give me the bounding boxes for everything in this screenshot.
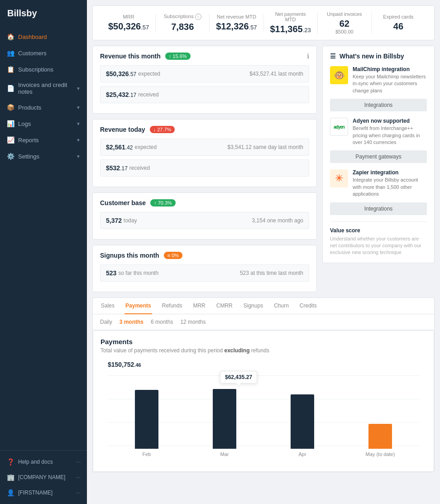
revenue-month-header: Revenue this month ↑ 15.6% ℹ [100,53,309,60]
value-score-section: Value score Understand whether your cust… [330,221,427,256]
user-dots: ··· [76,490,81,496]
help-dots: ··· [76,459,81,465]
revenue-month-received-value: $25,432.17 [106,91,136,98]
reports-icon: 📈 [6,136,14,144]
stat-expired-cards: Expired cards 46 [372,14,425,32]
tab-refunds[interactable]: Refunds [161,298,183,314]
sidebar-bottom: ❓ Help and docs ··· 🏢 [COMPANY NAME] ···… [0,450,87,504]
tab-churn[interactable]: Churn [273,298,290,314]
bar-feb [135,390,158,449]
main-content: MRR $50,326.57 Subscriptions i 7,836 Net… [87,0,440,504]
subscriptions-icon: 📋 [6,65,14,73]
customer-base-badge: ↑ 70.3% [150,199,176,206]
zapier-integrations-button[interactable]: Integrations [330,202,427,215]
tab-payments[interactable]: Payments [124,298,152,314]
bar-may [368,424,392,449]
customer-base-previous: 3,154 one month ago [252,217,303,224]
sidebar-nav: 🏠 Dashboard 👥 Customers 📋 Subscriptions … [0,27,87,450]
bar-apr [291,394,314,449]
products-icon: 📦 [6,103,14,111]
revenue-today-expected-value: $2,561.42 [106,144,133,151]
revenue-today-badge: ↓ 27.7% [150,126,175,133]
signups-card: Signups this month ≡ 0% 523 so far this … [92,245,317,292]
chart-bar-may: May (to date) [341,375,419,457]
sidebar-item-dashboard[interactable]: 🏠 Dashboard [0,29,87,45]
sidebar-item-reports[interactable]: 📈 Reports ▼ [0,132,87,148]
settings-expand-icon: ▼ [76,154,81,159]
bar-label-may: May (to date) [366,451,395,457]
sidebar: Billsby 🏠 Dashboard 👥 Customers 📋 Subscr… [0,0,87,504]
chart-tab-section: Sales Payments Refunds MRR CMRR Signups … [92,298,435,472]
tab-sales[interactable]: Sales [100,298,115,314]
company-dots: ··· [76,474,81,480]
subscriptions-info-icon[interactable]: i [195,14,201,20]
integration-zapier: ✳ Zapier integration Integrate your Bill… [330,169,427,197]
reports-expand-icon: ▼ [76,138,81,143]
integration-adyen: adyen Adyen now supported Benefit from I… [330,118,427,146]
invoices-icon: 📄 [6,84,14,92]
revenue-today-received-value: $532.17 [106,164,128,172]
sidebar-item-user[interactable]: 👤 [FIRSTNAME] ··· [0,485,87,500]
revenue-month-badge: ↑ 15.6% [165,53,191,60]
whats-new-card: ☰ What's new in Billsby 🐵 MailChimp inte… [322,46,435,263]
sidebar-item-invoices[interactable]: 📄 Invoices and credit notes ▼ [0,77,87,99]
sidebar-item-settings[interactable]: ⚙️ Settings ▼ [0,148,87,164]
customer-base-header: Customer base ↑ 70.3% [100,199,309,206]
net-payments-value: $11,365.23 [269,24,312,34]
signups-previous: 523 at this time last month [240,270,303,276]
zapier-icon: ✳ [330,169,348,187]
revenue-today-expected-row: $2,561.42 expected $3,541.12 same day la… [100,139,309,156]
revenue-today-received-row: $532.17 received [100,159,309,177]
sidebar-item-company[interactable]: 🏢 [COMPANY NAME] ··· [0,470,87,485]
logs-icon: 📊 [6,120,14,128]
subtab-12months[interactable]: 12 months [180,318,206,326]
mrr-value: $50,326.57 [107,21,150,32]
invoices-expand-icon: ▼ [76,86,81,91]
stats-bar: MRR $50,326.57 Subscriptions i 7,836 Net… [92,5,435,40]
tab-cmrr[interactable]: CMRR [215,298,234,314]
bar-mar [213,389,236,449]
revenue-month-info-icon[interactable]: ℹ [307,53,309,60]
chart-tooltip: $62,435.27 [220,371,257,384]
dashboard-icon: 🏠 [6,33,14,41]
chart-bar-apr: Apr [263,375,341,457]
settings-icon: ⚙️ [6,152,14,160]
list-icon: ☰ [330,53,336,60]
payments-desc: Total value of payments received during … [100,347,426,354]
sidebar-item-products[interactable]: 📦 Products ▼ [0,99,87,115]
stat-unpaid: Unpaid invoices 62 $500.00 [318,11,372,34]
tab-credits[interactable]: Credits [299,298,318,314]
subtab-daily[interactable]: Daily [100,318,112,326]
tab-signups[interactable]: Signups [243,298,264,314]
company-icon: 🏢 [6,473,14,481]
logo: Billsby [0,0,87,27]
right-column: ☰ What's new in Billsby 🐵 MailChimp inte… [322,46,435,292]
signups-row: 523 so far this month 523 at this time l… [100,264,309,282]
content-columns: Revenue this month ↑ 15.6% ℹ $50,326.57 … [92,46,435,292]
products-expand-icon: ▼ [76,105,81,110]
tab-mrr[interactable]: MRR [192,298,206,314]
stat-net-revenue: Net revenue MTD $12,326.57 [210,14,263,32]
sidebar-item-subscriptions[interactable]: 📋 Subscriptions [0,61,87,77]
subtab-6months[interactable]: 6 months [151,318,173,326]
signups-header: Signups this month ≡ 0% [100,252,309,259]
chart-tab-bar: Sales Payments Refunds MRR CMRR Signups … [93,298,434,314]
whats-new-header: ☰ What's new in Billsby [330,53,427,60]
chart-bars-container: Feb $62,435.27 Mar [108,375,419,457]
signups-badge: ≡ 0% [164,252,182,259]
chart-bar-mar: $62,435.27 Mar [186,375,263,457]
stat-net-payments: Net payments MTD $11,365.23 [264,11,318,34]
sidebar-item-help[interactable]: ❓ Help and docs ··· [0,454,87,470]
sidebar-item-customers[interactable]: 👥 Customers [0,45,87,61]
bar-label-mar: Mar [220,451,229,457]
integration-mailchimp: 🐵 MailChimp integration Keep your Mailch… [330,66,427,94]
sidebar-item-logs[interactable]: 📊 Logs ▼ [0,115,87,132]
payments-section: Payments Total value of payments receive… [93,330,434,472]
adyen-payment-gateways-button[interactable]: Payment gateways [330,150,427,163]
adyen-icon: adyen [330,118,348,136]
mailchimp-integrations-button[interactable]: Integrations [330,99,427,111]
subtab-3months[interactable]: 3 months [120,318,143,326]
bar-label-apr: Apr [298,451,306,457]
subscriptions-label: Subscriptions i [161,14,204,20]
customers-icon: 👥 [6,49,14,57]
